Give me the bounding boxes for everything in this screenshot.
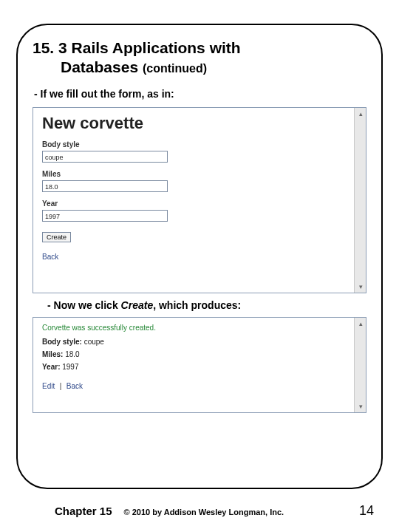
slide-title: 15. 3 Rails Applications with Databases … — [31, 38, 368, 78]
scroll-up-icon[interactable]: ▴ — [356, 319, 365, 328]
row-miles-label: Miles: — [42, 350, 63, 358]
row-body-style-label: Body style: — [42, 338, 82, 346]
scroll-down-icon[interactable]: ▾ — [356, 402, 365, 411]
row-miles-value: 18.0 — [65, 350, 79, 358]
row-year: Year: 1997 — [42, 363, 357, 371]
link-separator: | — [60, 382, 62, 390]
slide-frame: 15. 3 Rails Applications with Databases … — [16, 24, 383, 489]
screenshot-new-form: New corvette Body style coupe Miles 18.0… — [33, 107, 366, 293]
bullet-click-create-c: , which produces: — [153, 299, 241, 311]
input-year[interactable]: 1997 — [42, 210, 168, 222]
screenshot-result: Corvette was successfully created. Body … — [33, 317, 366, 413]
input-body-style[interactable]: coupe — [42, 151, 168, 163]
title-line-2: Databases — [61, 58, 138, 75]
flash-message: Corvette was successfully created. — [42, 324, 357, 332]
footer-copyright: © 2010 by Addison Wesley Longman, Inc. — [124, 508, 359, 516]
slide-footer: Chapter 15 © 2010 by Addison Wesley Long… — [0, 503, 399, 519]
scroll-down-icon[interactable]: ▾ — [356, 282, 365, 291]
label-year: Year — [42, 200, 357, 208]
title-line-1: 15. 3 Rails Applications with — [33, 39, 241, 56]
back-link-result[interactable]: Back — [66, 382, 83, 390]
form-heading: New corvette — [42, 114, 357, 133]
bullet-click-create: - Now we click Create, which produces: — [47, 299, 368, 311]
scroll-up-icon[interactable]: ▴ — [356, 109, 365, 118]
back-link-form[interactable]: Back — [42, 253, 58, 261]
edit-link[interactable]: Edit — [42, 382, 55, 390]
row-body-style: Body style: coupe — [42, 338, 357, 346]
input-miles[interactable]: 18.0 — [42, 180, 168, 192]
footer-chapter: Chapter 15 — [55, 505, 112, 517]
row-body-style-value: coupe — [84, 338, 104, 346]
row-miles: Miles: 18.0 — [42, 350, 357, 358]
scrollbar[interactable]: ▴ ▾ — [354, 318, 366, 412]
bullet-fill-form: - If we fill out the form, as in: — [34, 88, 368, 100]
title-continued: (continued) — [143, 62, 207, 75]
create-button[interactable]: Create — [42, 232, 71, 242]
bullet-click-create-b: Create — [121, 299, 154, 311]
row-year-value: 1997 — [62, 363, 78, 371]
footer-page-number: 14 — [359, 503, 377, 519]
label-miles: Miles — [42, 170, 357, 178]
label-body-style: Body style — [42, 140, 357, 149]
row-year-label: Year: — [42, 363, 60, 371]
bullet-click-create-a: - Now we click — [47, 299, 121, 311]
scrollbar[interactable]: ▴ ▾ — [354, 108, 366, 293]
